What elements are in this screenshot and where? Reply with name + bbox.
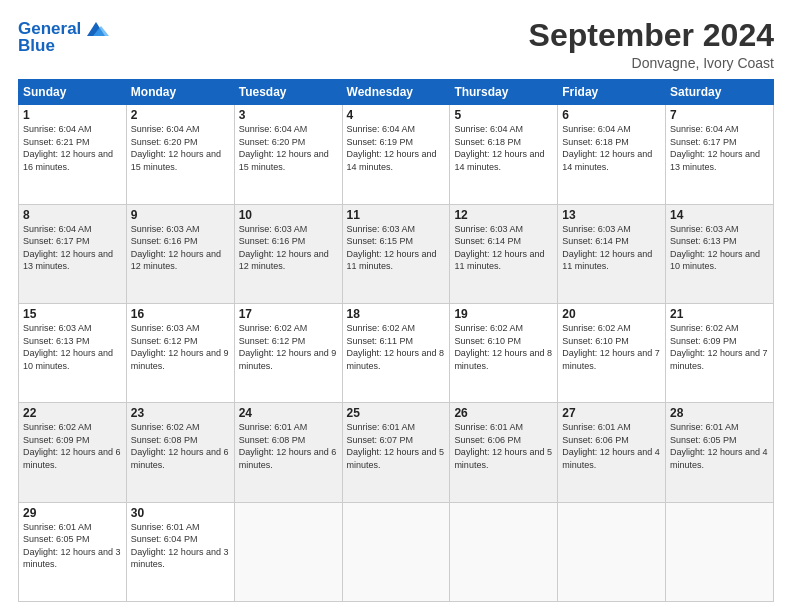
col-saturday: Saturday: [666, 80, 774, 105]
table-cell: 24 Sunrise: 6:01 AMSunset: 6:08 PMDaylig…: [234, 403, 342, 502]
day-info: Sunrise: 6:04 AMSunset: 6:20 PMDaylight:…: [131, 123, 230, 173]
day-info: Sunrise: 6:03 AMSunset: 6:14 PMDaylight:…: [562, 223, 661, 273]
table-cell: [450, 502, 558, 601]
day-number: 8: [23, 208, 122, 222]
calendar-week-1: 1 Sunrise: 6:04 AMSunset: 6:21 PMDayligh…: [19, 105, 774, 204]
day-number: 1: [23, 108, 122, 122]
day-number: 27: [562, 406, 661, 420]
col-friday: Friday: [558, 80, 666, 105]
table-cell: 22 Sunrise: 6:02 AMSunset: 6:09 PMDaylig…: [19, 403, 127, 502]
day-info: Sunrise: 6:03 AMSunset: 6:16 PMDaylight:…: [239, 223, 338, 273]
col-sunday: Sunday: [19, 80, 127, 105]
day-info: Sunrise: 6:03 AMSunset: 6:14 PMDaylight:…: [454, 223, 553, 273]
day-number: 2: [131, 108, 230, 122]
day-info: Sunrise: 6:04 AMSunset: 6:19 PMDaylight:…: [347, 123, 446, 173]
table-cell: 21 Sunrise: 6:02 AMSunset: 6:09 PMDaylig…: [666, 303, 774, 402]
day-info: Sunrise: 6:01 AMSunset: 6:07 PMDaylight:…: [347, 421, 446, 471]
table-cell: 29 Sunrise: 6:01 AMSunset: 6:05 PMDaylig…: [19, 502, 127, 601]
table-cell: [234, 502, 342, 601]
col-monday: Monday: [126, 80, 234, 105]
day-info: Sunrise: 6:02 AMSunset: 6:11 PMDaylight:…: [347, 322, 446, 372]
day-number: 20: [562, 307, 661, 321]
day-info: Sunrise: 6:03 AMSunset: 6:13 PMDaylight:…: [670, 223, 769, 273]
calendar-week-5: 29 Sunrise: 6:01 AMSunset: 6:05 PMDaylig…: [19, 502, 774, 601]
page: General Blue September 2024 Donvagne, Iv…: [0, 0, 792, 612]
day-number: 23: [131, 406, 230, 420]
logo-icon: [83, 18, 109, 40]
table-cell: [558, 502, 666, 601]
table-cell: 13 Sunrise: 6:03 AMSunset: 6:14 PMDaylig…: [558, 204, 666, 303]
day-number: 26: [454, 406, 553, 420]
day-info: Sunrise: 6:01 AMSunset: 6:08 PMDaylight:…: [239, 421, 338, 471]
day-info: Sunrise: 6:04 AMSunset: 6:21 PMDaylight:…: [23, 123, 122, 173]
day-number: 17: [239, 307, 338, 321]
table-cell: 15 Sunrise: 6:03 AMSunset: 6:13 PMDaylig…: [19, 303, 127, 402]
day-number: 11: [347, 208, 446, 222]
header: General Blue September 2024 Donvagne, Iv…: [18, 18, 774, 71]
day-info: Sunrise: 6:04 AMSunset: 6:18 PMDaylight:…: [562, 123, 661, 173]
calendar-week-4: 22 Sunrise: 6:02 AMSunset: 6:09 PMDaylig…: [19, 403, 774, 502]
logo: General Blue: [18, 18, 109, 56]
table-cell: 2 Sunrise: 6:04 AMSunset: 6:20 PMDayligh…: [126, 105, 234, 204]
day-number: 30: [131, 506, 230, 520]
day-number: 10: [239, 208, 338, 222]
table-cell: 25 Sunrise: 6:01 AMSunset: 6:07 PMDaylig…: [342, 403, 450, 502]
day-number: 15: [23, 307, 122, 321]
table-cell: 6 Sunrise: 6:04 AMSunset: 6:18 PMDayligh…: [558, 105, 666, 204]
day-info: Sunrise: 6:03 AMSunset: 6:16 PMDaylight:…: [131, 223, 230, 273]
day-info: Sunrise: 6:01 AMSunset: 6:06 PMDaylight:…: [562, 421, 661, 471]
location: Donvagne, Ivory Coast: [529, 55, 774, 71]
day-number: 14: [670, 208, 769, 222]
table-cell: 19 Sunrise: 6:02 AMSunset: 6:10 PMDaylig…: [450, 303, 558, 402]
day-number: 9: [131, 208, 230, 222]
day-number: 19: [454, 307, 553, 321]
day-info: Sunrise: 6:01 AMSunset: 6:06 PMDaylight:…: [454, 421, 553, 471]
table-cell: 30 Sunrise: 6:01 AMSunset: 6:04 PMDaylig…: [126, 502, 234, 601]
day-info: Sunrise: 6:03 AMSunset: 6:13 PMDaylight:…: [23, 322, 122, 372]
calendar-table: Sunday Monday Tuesday Wednesday Thursday…: [18, 79, 774, 602]
table-cell: 3 Sunrise: 6:04 AMSunset: 6:20 PMDayligh…: [234, 105, 342, 204]
table-cell: 1 Sunrise: 6:04 AMSunset: 6:21 PMDayligh…: [19, 105, 127, 204]
table-cell: 9 Sunrise: 6:03 AMSunset: 6:16 PMDayligh…: [126, 204, 234, 303]
day-info: Sunrise: 6:01 AMSunset: 6:05 PMDaylight:…: [23, 521, 122, 571]
day-number: 16: [131, 307, 230, 321]
day-info: Sunrise: 6:04 AMSunset: 6:17 PMDaylight:…: [23, 223, 122, 273]
table-cell: 10 Sunrise: 6:03 AMSunset: 6:16 PMDaylig…: [234, 204, 342, 303]
day-info: Sunrise: 6:02 AMSunset: 6:08 PMDaylight:…: [131, 421, 230, 471]
table-cell: 5 Sunrise: 6:04 AMSunset: 6:18 PMDayligh…: [450, 105, 558, 204]
col-wednesday: Wednesday: [342, 80, 450, 105]
table-cell: 27 Sunrise: 6:01 AMSunset: 6:06 PMDaylig…: [558, 403, 666, 502]
table-cell: 4 Sunrise: 6:04 AMSunset: 6:19 PMDayligh…: [342, 105, 450, 204]
calendar-week-3: 15 Sunrise: 6:03 AMSunset: 6:13 PMDaylig…: [19, 303, 774, 402]
day-info: Sunrise: 6:04 AMSunset: 6:17 PMDaylight:…: [670, 123, 769, 173]
day-number: 12: [454, 208, 553, 222]
table-cell: 23 Sunrise: 6:02 AMSunset: 6:08 PMDaylig…: [126, 403, 234, 502]
day-number: 18: [347, 307, 446, 321]
day-info: Sunrise: 6:02 AMSunset: 6:10 PMDaylight:…: [454, 322, 553, 372]
day-number: 25: [347, 406, 446, 420]
day-info: Sunrise: 6:04 AMSunset: 6:20 PMDaylight:…: [239, 123, 338, 173]
day-number: 21: [670, 307, 769, 321]
table-cell: 17 Sunrise: 6:02 AMSunset: 6:12 PMDaylig…: [234, 303, 342, 402]
month-title: September 2024: [529, 18, 774, 53]
table-cell: 18 Sunrise: 6:02 AMSunset: 6:11 PMDaylig…: [342, 303, 450, 402]
table-cell: 28 Sunrise: 6:01 AMSunset: 6:05 PMDaylig…: [666, 403, 774, 502]
day-number: 6: [562, 108, 661, 122]
table-cell: 20 Sunrise: 6:02 AMSunset: 6:10 PMDaylig…: [558, 303, 666, 402]
day-number: 13: [562, 208, 661, 222]
table-cell: 26 Sunrise: 6:01 AMSunset: 6:06 PMDaylig…: [450, 403, 558, 502]
day-number: 29: [23, 506, 122, 520]
col-thursday: Thursday: [450, 80, 558, 105]
day-info: Sunrise: 6:01 AMSunset: 6:05 PMDaylight:…: [670, 421, 769, 471]
title-section: September 2024 Donvagne, Ivory Coast: [529, 18, 774, 71]
calendar-header-row: Sunday Monday Tuesday Wednesday Thursday…: [19, 80, 774, 105]
table-cell: 11 Sunrise: 6:03 AMSunset: 6:15 PMDaylig…: [342, 204, 450, 303]
table-cell: 14 Sunrise: 6:03 AMSunset: 6:13 PMDaylig…: [666, 204, 774, 303]
day-info: Sunrise: 6:02 AMSunset: 6:09 PMDaylight:…: [23, 421, 122, 471]
table-cell: [342, 502, 450, 601]
table-cell: 16 Sunrise: 6:03 AMSunset: 6:12 PMDaylig…: [126, 303, 234, 402]
table-cell: [666, 502, 774, 601]
day-number: 7: [670, 108, 769, 122]
day-info: Sunrise: 6:04 AMSunset: 6:18 PMDaylight:…: [454, 123, 553, 173]
day-number: 5: [454, 108, 553, 122]
